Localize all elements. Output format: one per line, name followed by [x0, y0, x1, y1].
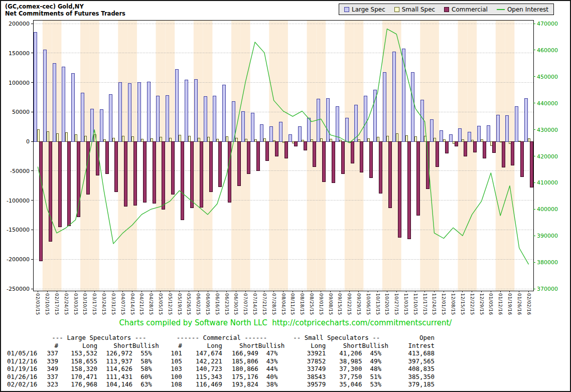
table-cell: 158,320 — [58, 365, 97, 373]
left-axis-label: 100000 — [9, 80, 30, 86]
table-cell: 185,806 — [222, 357, 258, 365]
bar-small-spec — [528, 139, 530, 141]
column-header: Bullish — [362, 342, 388, 350]
background-stripe — [467, 20, 477, 291]
bar-commercial — [370, 141, 373, 178]
x-axis-date-label: 03/31/15 — [111, 293, 116, 315]
bar-commercial — [237, 141, 240, 185]
bar-large-spec — [119, 83, 122, 142]
bar-large-spec — [459, 128, 462, 141]
row-date: 01/12/16 — [7, 357, 39, 365]
table-cell: 193,824 — [222, 380, 258, 388]
bar-small-spec — [415, 137, 417, 141]
bar-small-spec — [226, 137, 228, 141]
bar-commercial — [474, 141, 477, 152]
commercial-swatch-icon — [444, 7, 449, 12]
bar-small-spec — [235, 138, 237, 141]
table-cell: 37,300 — [326, 365, 362, 373]
bar-large-spec — [204, 97, 207, 141]
bar-commercial — [219, 141, 222, 187]
bar-commercial — [86, 141, 89, 194]
table-cell: 103 — [159, 365, 182, 373]
bar-small-spec — [37, 130, 39, 142]
bar-small-spec — [443, 140, 445, 142]
column-header: Short — [326, 342, 362, 350]
table-cell: 100 — [159, 373, 182, 381]
bar-small-spec — [273, 141, 275, 141]
table-cell: 108 — [159, 380, 182, 388]
right-axis-label: 370000 — [537, 286, 558, 292]
right-axis-label: 460000 — [537, 47, 558, 54]
bar-commercial — [313, 141, 316, 167]
x-axis-date-label: 07/14/15 — [252, 293, 257, 315]
bar-large-spec — [194, 80, 197, 141]
column-header: Long — [182, 342, 222, 350]
table-cell: 116,469 — [182, 380, 222, 388]
x-axis-date-label: 08/18/15 — [300, 293, 305, 315]
bar-large-spec — [100, 110, 103, 141]
x-axis-date-label: 06/16/15 — [215, 293, 220, 315]
bar-large-spec — [81, 93, 84, 141]
bar-small-spec — [311, 140, 313, 142]
bar-commercial — [464, 141, 467, 156]
legend-item-commercial: Commercial — [444, 6, 488, 13]
row-date: 01/05/16 — [7, 349, 39, 357]
x-axis-date-label: 11/10/15 — [413, 293, 418, 315]
table-cell: 166,949 — [222, 349, 258, 357]
table-cell: 153,532 — [58, 349, 97, 357]
x-axis-date-label: 10/13/15 — [375, 293, 380, 315]
x-axis-date-label: 03/10/15 — [82, 293, 87, 315]
bar-large-spec — [421, 100, 424, 141]
bar-small-spec — [132, 137, 134, 141]
right-axis-label: 440000 — [537, 100, 558, 107]
legend-item-large-spec: Large Spec — [344, 6, 385, 13]
legend-item-small-spec: Small Spec — [394, 6, 435, 13]
bar-large-spec — [72, 74, 75, 141]
table-cell: 55% — [132, 349, 159, 357]
bar-commercial — [172, 141, 175, 194]
table-cell: 114,626 — [97, 365, 132, 373]
bar-large-spec — [449, 134, 452, 141]
bar-large-spec — [506, 116, 509, 141]
bar-commercial — [407, 141, 410, 239]
group-header-large-speculators: --- Large Speculators --- — [39, 334, 159, 342]
table-cell: 147,674 — [182, 349, 222, 357]
table-cell: 158,655 — [58, 357, 97, 365]
table-cell: 58% — [132, 365, 159, 373]
bar-small-spec — [339, 140, 341, 141]
bar-small-spec — [141, 139, 143, 141]
x-axis-date-label: 01/19/16 — [507, 293, 512, 315]
x-axis-date-label: 02/17/15 — [54, 293, 59, 315]
bar-large-spec — [374, 90, 377, 141]
bar-commercial — [153, 141, 156, 203]
legend-label-small-spec: Small Spec — [402, 6, 435, 13]
bar-large-spec — [383, 73, 386, 142]
chart-titles: (GC,comex-cec) Gold,NY Net Commitments o… — [5, 3, 125, 17]
table-cell: 53% — [362, 380, 388, 388]
bar-small-spec — [368, 138, 370, 141]
table-row: 01/12/16339158,655113,93758%105142,22118… — [7, 357, 435, 365]
large-spec-swatch-icon — [344, 7, 349, 12]
table-row: 02/02/16323176,968104,14663%108116,46919… — [7, 380, 435, 388]
table-cell: 337 — [39, 373, 58, 381]
bar-small-spec — [56, 134, 58, 141]
bar-large-spec — [411, 73, 414, 142]
table-column-header-row: #LongShortBullish#LongShortBullishLongSh… — [7, 342, 435, 350]
bar-small-spec — [330, 139, 332, 141]
x-axis-date-label: 07/28/15 — [271, 293, 276, 315]
bar-large-spec — [525, 99, 528, 142]
cot-data-table: --- Large Speculators --------- Commerci… — [7, 334, 435, 388]
left-axis-label: -50000 — [10, 168, 30, 174]
table-cell: 413,688 — [388, 349, 435, 357]
bar-small-spec — [481, 140, 483, 142]
bar-small-spec — [358, 140, 360, 142]
bar-small-spec — [283, 141, 285, 142]
table-row: 01/26/16337170,471111,43160%100115,34317… — [7, 373, 435, 381]
column-header: # — [159, 342, 182, 350]
bar-commercial — [58, 141, 61, 227]
x-axis-date-label: 12/22/15 — [470, 293, 475, 315]
x-axis-date-label: 06/02/15 — [196, 293, 201, 315]
bar-commercial — [332, 141, 335, 182]
bar-commercial — [96, 141, 99, 175]
x-axis-date-label: 08/04/15 — [281, 293, 286, 315]
